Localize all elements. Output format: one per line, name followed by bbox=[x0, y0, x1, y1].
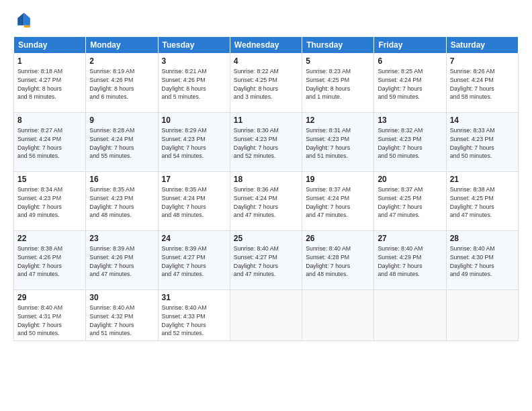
dow-header-saturday: Saturday bbox=[446, 37, 518, 54]
dow-header-monday: Monday bbox=[86, 37, 158, 54]
calendar-cell: 10Sunrise: 8:29 AM Sunset: 4:23 PM Dayli… bbox=[158, 113, 230, 172]
dow-header-sunday: Sunday bbox=[14, 37, 86, 54]
calendar-week-1: 1Sunrise: 8:18 AM Sunset: 4:27 PM Daylig… bbox=[14, 54, 519, 113]
day-number: 8 bbox=[17, 116, 82, 125]
calendar-cell: 27Sunrise: 8:40 AM Sunset: 4:29 PM Dayli… bbox=[374, 231, 446, 290]
day-info: Sunrise: 8:26 AM Sunset: 4:24 PM Dayligh… bbox=[450, 67, 515, 101]
day-info: Sunrise: 8:30 AM Sunset: 4:23 PM Dayligh… bbox=[234, 126, 298, 161]
day-number: 6 bbox=[378, 56, 442, 66]
page: SundayMondayTuesdayWednesdayThursdayFrid… bbox=[0, 0, 532, 411]
calendar-cell bbox=[302, 290, 374, 341]
calendar-cell: 1Sunrise: 8:18 AM Sunset: 4:27 PM Daylig… bbox=[14, 54, 86, 113]
day-number: 17 bbox=[162, 175, 226, 184]
calendar-cell: 31Sunrise: 8:40 AM Sunset: 4:33 PM Dayli… bbox=[158, 290, 230, 341]
calendar-cell: 30Sunrise: 8:40 AM Sunset: 4:32 PM Dayli… bbox=[86, 290, 158, 341]
day-number: 25 bbox=[234, 234, 298, 243]
calendar-cell bbox=[230, 290, 302, 341]
day-info: Sunrise: 8:36 AM Sunset: 4:24 PM Dayligh… bbox=[234, 185, 298, 220]
day-info: Sunrise: 8:40 AM Sunset: 4:28 PM Dayligh… bbox=[306, 244, 370, 279]
calendar-cell: 19Sunrise: 8:37 AM Sunset: 4:24 PM Dayli… bbox=[302, 172, 374, 231]
day-number: 3 bbox=[162, 56, 226, 66]
day-info: Sunrise: 8:31 AM Sunset: 4:23 PM Dayligh… bbox=[306, 126, 370, 161]
day-number: 30 bbox=[89, 293, 154, 302]
day-info: Sunrise: 8:37 AM Sunset: 4:24 PM Dayligh… bbox=[306, 185, 370, 220]
day-info: Sunrise: 8:40 AM Sunset: 4:31 PM Dayligh… bbox=[17, 304, 82, 338]
dow-header-tuesday: Tuesday bbox=[158, 37, 230, 54]
calendar-week-3: 15Sunrise: 8:34 AM Sunset: 4:23 PM Dayli… bbox=[14, 172, 519, 231]
day-info: Sunrise: 8:19 AM Sunset: 4:26 PM Dayligh… bbox=[89, 67, 154, 101]
day-info: Sunrise: 8:21 AM Sunset: 4:26 PM Dayligh… bbox=[162, 67, 226, 101]
day-number: 19 bbox=[306, 175, 370, 184]
svg-marker-0 bbox=[24, 13, 30, 26]
day-info: Sunrise: 8:35 AM Sunset: 4:24 PM Dayligh… bbox=[162, 185, 226, 220]
day-number: 14 bbox=[450, 116, 515, 125]
day-info: Sunrise: 8:32 AM Sunset: 4:23 PM Dayligh… bbox=[378, 126, 442, 161]
calendar-week-5: 29Sunrise: 8:40 AM Sunset: 4:31 PM Dayli… bbox=[14, 290, 519, 341]
calendar-cell: 28Sunrise: 8:40 AM Sunset: 4:30 PM Dayli… bbox=[446, 231, 518, 290]
logo-icon bbox=[13, 11, 32, 30]
calendar-table: SundayMondayTuesdayWednesdayThursdayFrid… bbox=[13, 36, 519, 341]
day-number: 10 bbox=[162, 116, 226, 125]
day-info: Sunrise: 8:38 AM Sunset: 4:25 PM Dayligh… bbox=[450, 185, 515, 220]
dow-header-thursday: Thursday bbox=[302, 37, 374, 54]
day-number: 9 bbox=[89, 116, 154, 125]
calendar-cell: 3Sunrise: 8:21 AM Sunset: 4:26 PM Daylig… bbox=[158, 54, 230, 113]
calendar-cell: 23Sunrise: 8:39 AM Sunset: 4:26 PM Dayli… bbox=[86, 231, 158, 290]
day-number: 31 bbox=[162, 293, 226, 302]
day-number: 29 bbox=[17, 293, 82, 302]
day-number: 7 bbox=[450, 56, 515, 66]
calendar-cell: 20Sunrise: 8:37 AM Sunset: 4:25 PM Dayli… bbox=[374, 172, 446, 231]
calendar-cell: 29Sunrise: 8:40 AM Sunset: 4:31 PM Dayli… bbox=[14, 290, 86, 341]
calendar-cell: 12Sunrise: 8:31 AM Sunset: 4:23 PM Dayli… bbox=[302, 113, 374, 172]
day-info: Sunrise: 8:40 AM Sunset: 4:30 PM Dayligh… bbox=[450, 244, 515, 279]
day-info: Sunrise: 8:22 AM Sunset: 4:25 PM Dayligh… bbox=[234, 67, 298, 101]
days-of-week-row: SundayMondayTuesdayWednesdayThursdayFrid… bbox=[14, 37, 519, 54]
day-info: Sunrise: 8:40 AM Sunset: 4:27 PM Dayligh… bbox=[234, 244, 298, 279]
calendar-cell: 14Sunrise: 8:33 AM Sunset: 4:23 PM Dayli… bbox=[446, 113, 518, 172]
header bbox=[13, 11, 519, 30]
calendar-cell: 21Sunrise: 8:38 AM Sunset: 4:25 PM Dayli… bbox=[446, 172, 518, 231]
calendar-cell: 7Sunrise: 8:26 AM Sunset: 4:24 PM Daylig… bbox=[446, 54, 518, 113]
logo bbox=[13, 11, 35, 30]
day-info: Sunrise: 8:18 AM Sunset: 4:27 PM Dayligh… bbox=[17, 67, 82, 101]
day-info: Sunrise: 8:34 AM Sunset: 4:23 PM Dayligh… bbox=[17, 185, 82, 220]
calendar-cell bbox=[374, 290, 446, 341]
day-info: Sunrise: 8:39 AM Sunset: 4:27 PM Dayligh… bbox=[162, 244, 226, 279]
dow-header-friday: Friday bbox=[374, 37, 446, 54]
calendar-cell: 6Sunrise: 8:25 AM Sunset: 4:24 PM Daylig… bbox=[374, 54, 446, 113]
dow-header-wednesday: Wednesday bbox=[230, 37, 302, 54]
day-number: 12 bbox=[306, 116, 370, 125]
day-info: Sunrise: 8:35 AM Sunset: 4:23 PM Dayligh… bbox=[89, 185, 154, 220]
day-info: Sunrise: 8:40 AM Sunset: 4:33 PM Dayligh… bbox=[162, 304, 226, 338]
day-number: 1 bbox=[17, 56, 82, 66]
day-info: Sunrise: 8:39 AM Sunset: 4:26 PM Dayligh… bbox=[89, 244, 154, 279]
calendar-cell: 8Sunrise: 8:27 AM Sunset: 4:24 PM Daylig… bbox=[14, 113, 86, 172]
day-number: 15 bbox=[17, 175, 82, 184]
calendar-cell: 11Sunrise: 8:30 AM Sunset: 4:23 PM Dayli… bbox=[230, 113, 302, 172]
calendar-cell: 13Sunrise: 8:32 AM Sunset: 4:23 PM Dayli… bbox=[374, 113, 446, 172]
day-info: Sunrise: 8:33 AM Sunset: 4:23 PM Dayligh… bbox=[450, 126, 515, 161]
calendar-week-2: 8Sunrise: 8:27 AM Sunset: 4:24 PM Daylig… bbox=[14, 113, 519, 172]
calendar-cell: 2Sunrise: 8:19 AM Sunset: 4:26 PM Daylig… bbox=[86, 54, 158, 113]
day-info: Sunrise: 8:29 AM Sunset: 4:23 PM Dayligh… bbox=[162, 126, 226, 161]
calendar-cell: 15Sunrise: 8:34 AM Sunset: 4:23 PM Dayli… bbox=[14, 172, 86, 231]
day-number: 27 bbox=[378, 234, 442, 243]
day-number: 21 bbox=[450, 175, 515, 184]
day-number: 22 bbox=[17, 234, 82, 243]
calendar-cell: 4Sunrise: 8:22 AM Sunset: 4:25 PM Daylig… bbox=[230, 54, 302, 113]
day-number: 28 bbox=[450, 234, 515, 243]
day-number: 4 bbox=[234, 56, 298, 66]
day-number: 20 bbox=[378, 175, 442, 184]
day-info: Sunrise: 8:27 AM Sunset: 4:24 PM Dayligh… bbox=[17, 126, 82, 161]
day-info: Sunrise: 8:38 AM Sunset: 4:26 PM Dayligh… bbox=[17, 244, 82, 279]
day-number: 13 bbox=[378, 116, 442, 125]
calendar-cell: 16Sunrise: 8:35 AM Sunset: 4:23 PM Dayli… bbox=[86, 172, 158, 231]
svg-marker-2 bbox=[24, 26, 30, 28]
day-info: Sunrise: 8:23 AM Sunset: 4:25 PM Dayligh… bbox=[306, 67, 370, 101]
day-number: 26 bbox=[306, 234, 370, 243]
day-number: 2 bbox=[89, 56, 154, 66]
calendar-cell: 22Sunrise: 8:38 AM Sunset: 4:26 PM Dayli… bbox=[14, 231, 86, 290]
day-number: 16 bbox=[89, 175, 154, 184]
calendar-cell: 9Sunrise: 8:28 AM Sunset: 4:24 PM Daylig… bbox=[86, 113, 158, 172]
day-info: Sunrise: 8:40 AM Sunset: 4:32 PM Dayligh… bbox=[89, 304, 154, 338]
